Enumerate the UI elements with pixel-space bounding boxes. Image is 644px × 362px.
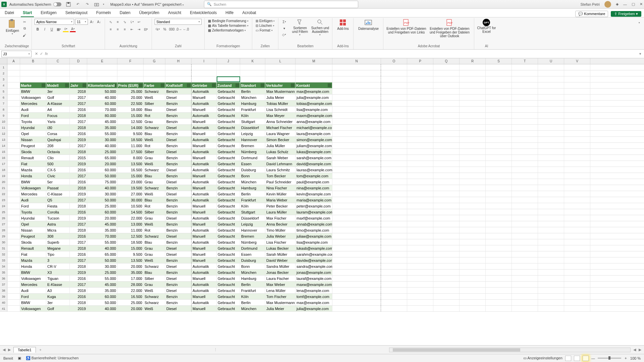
cell[interactable] (433, 288, 460, 293)
cell[interactable]: 500 (46, 161, 70, 167)
cell[interactable] (460, 155, 486, 161)
cell[interactable] (332, 197, 381, 203)
cell[interactable]: 2017 (70, 221, 87, 227)
cell[interactable] (70, 64, 87, 70)
cell[interactable]: Benzin (165, 155, 192, 161)
cell[interactable] (512, 107, 538, 112)
spreadsheet-grid[interactable]: ABCDEFGHIJKLMNOPQRSTUV 1234MarkeModellJa… (0, 58, 644, 345)
cell[interactable] (538, 101, 564, 106)
cell[interactable]: 25.000 (87, 269, 117, 275)
cell[interactable] (433, 197, 460, 203)
cell[interactable] (7, 88, 20, 94)
cell[interactable]: Gebraucht (217, 239, 240, 245)
cell[interactable]: München (240, 269, 265, 275)
cell[interactable] (7, 215, 20, 221)
cell[interactable]: 2017 (70, 101, 87, 106)
row-header[interactable]: 6 (0, 95, 7, 100)
table-header-cell[interactable]: Standort (240, 82, 265, 88)
cell[interactable]: 60.000 (87, 167, 117, 173)
cell[interactable]: Schwarz (144, 125, 165, 130)
cell[interactable] (381, 64, 407, 70)
cell[interactable] (144, 76, 165, 82)
cell[interactable]: 22.500 (117, 101, 144, 106)
cell[interactable] (512, 167, 538, 173)
cell[interactable] (381, 239, 407, 245)
cell[interactable] (332, 276, 381, 281)
table-header-cell[interactable]: Jahr (70, 82, 87, 88)
cell[interactable] (433, 107, 460, 112)
cell[interactable]: Manuell (192, 203, 217, 209)
cell[interactable] (433, 245, 460, 251)
cell[interactable] (512, 82, 538, 88)
cell[interactable]: Corsa (46, 131, 70, 136)
cell[interactable]: 20.000 (117, 263, 144, 269)
cell[interactable]: BMW (20, 179, 46, 185)
cell[interactable]: Grau (144, 155, 165, 161)
cell[interactable]: Diesel (165, 179, 192, 185)
cell[interactable]: Gebraucht (217, 101, 240, 106)
cell[interactable] (165, 76, 192, 82)
cell[interactable]: Gebraucht (217, 263, 240, 269)
cell[interactable]: X3 (46, 269, 70, 275)
cell[interactable]: paul@example.com (296, 179, 332, 185)
comma-icon[interactable]: 000 (169, 26, 175, 32)
cell[interactable] (407, 263, 433, 269)
cell[interactable] (460, 191, 486, 197)
cell[interactable] (564, 294, 590, 299)
cell[interactable] (512, 137, 538, 142)
cell[interactable] (564, 113, 590, 118)
row-header[interactable]: 8 (0, 107, 7, 112)
cell[interactable]: Essen (240, 251, 265, 257)
row-header[interactable]: 21 (0, 185, 7, 191)
cell[interactable] (564, 197, 590, 203)
cell[interactable] (433, 88, 460, 94)
cell[interactable] (486, 70, 512, 76)
cell[interactable]: BMW (20, 269, 46, 275)
cell[interactable]: 27.000 (117, 191, 144, 197)
cell[interactable]: Renault (20, 155, 46, 161)
cell[interactable] (512, 239, 538, 245)
cell[interactable] (407, 143, 433, 148)
cell[interactable] (407, 82, 433, 88)
cell[interactable] (512, 306, 538, 311)
cell[interactable] (332, 239, 381, 245)
cell[interactable] (460, 276, 486, 281)
cell[interactable]: Bonn (240, 173, 265, 179)
filter-icon[interactable] (328, 83, 331, 87)
cell[interactable] (433, 64, 460, 70)
cell[interactable] (332, 143, 381, 148)
cell[interactable] (381, 101, 407, 106)
cell[interactable] (7, 245, 20, 251)
row-header[interactable]: 5 (0, 88, 7, 94)
cell[interactable]: 60.000 (87, 209, 117, 215)
cell[interactable] (433, 131, 460, 136)
cell[interactable] (564, 125, 590, 130)
cell[interactable]: Sandra Müller (265, 263, 296, 269)
cell[interactable]: 65.000 (87, 155, 117, 161)
cell[interactable] (460, 227, 486, 233)
cell[interactable]: Julia Müller (265, 143, 296, 148)
cell[interactable]: Silber (144, 101, 165, 106)
cell[interactable] (7, 233, 20, 239)
table-header-cell[interactable]: Kraftstoff (165, 82, 192, 88)
cell[interactable]: Rot (144, 203, 165, 209)
cell[interactable] (512, 101, 538, 106)
cell[interactable] (460, 306, 486, 311)
cell[interactable]: Gebraucht (217, 269, 240, 275)
cell[interactable]: kevin@example.com (296, 191, 332, 197)
cell[interactable]: Schwarz (144, 88, 165, 94)
cell[interactable] (7, 179, 20, 185)
cell[interactable] (332, 300, 381, 305)
cell[interactable] (381, 227, 407, 233)
filter-icon[interactable] (291, 83, 294, 87)
cell[interactable] (381, 125, 407, 130)
tab-überprüfen[interactable]: Überprüfen (137, 9, 161, 17)
cell[interactable] (460, 215, 486, 221)
format-painter-icon[interactable]: 🖌 (21, 32, 28, 38)
row-header[interactable]: 13 (0, 137, 7, 142)
orientation-icon[interactable]: ⤹▾ (129, 19, 135, 25)
data-analysis-button[interactable]: Datenanalyse (356, 19, 380, 31)
table-header-cell[interactable]: Modell (46, 82, 70, 88)
filter-icon[interactable] (139, 83, 143, 87)
cell[interactable]: Tobias Müller (265, 101, 296, 106)
